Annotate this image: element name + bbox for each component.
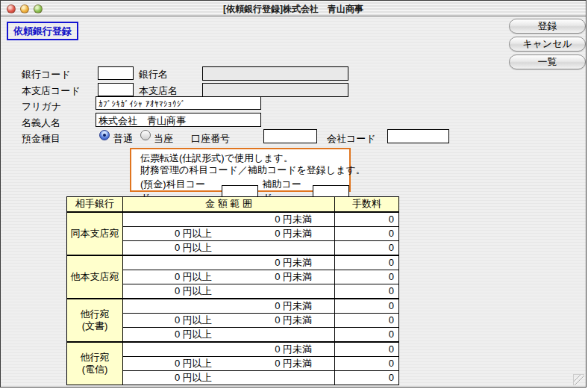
fee-cell[interactable]: 0	[335, 370, 399, 385]
bank-name-field	[202, 66, 348, 81]
amount-range-cell[interactable]: 0 円以上	[123, 327, 335, 342]
aux-code-input[interactable]	[313, 185, 349, 198]
amount-upper: 0 円未満	[212, 213, 334, 226]
amount-upper: 0 円未満	[212, 357, 334, 370]
account-number-input[interactable]	[263, 129, 317, 143]
transfer-notice-box: 伝票転送(仕訳形式)で使用します。 財務管理の科目コード／補助コードを登録します…	[130, 148, 351, 192]
fee-cell[interactable]: 0	[335, 240, 399, 255]
amount-range-cell[interactable]: 0 円以上	[123, 240, 335, 255]
company-code-label: 会社コード	[327, 132, 376, 146]
amount-range-cell[interactable]: 0 円以上0 円未満	[123, 270, 335, 284]
fee-table: 相手銀行 金 額 範 囲 手数料 同本支店宛 0 円未満 0 0 円以上0 円未…	[66, 196, 399, 385]
amount-range-cell[interactable]: 0 円未満	[123, 212, 335, 227]
company-code-input[interactable]	[387, 129, 449, 143]
amount-upper: 0 円未満	[212, 343, 334, 356]
holder-name-label: 名義人名	[22, 116, 60, 130]
amount-lower: 0 円以上	[123, 227, 212, 240]
branch-name-field	[202, 83, 348, 97]
deposit-type-radio-futsu[interactable]	[99, 130, 110, 140]
resize-grip[interactable]	[573, 374, 584, 385]
group-name-same-branch: 同本支店宛	[67, 212, 123, 255]
fee-table-header-fee: 手数料	[335, 197, 399, 212]
fee-cell[interactable]: 0	[335, 342, 399, 357]
fee-table-header-bank: 相手銀行	[67, 197, 123, 212]
amount-upper: 0 円未満	[212, 256, 334, 270]
amount-range-cell[interactable]: 0 円以上0 円未満	[123, 226, 335, 240]
amount-upper: 0 円未満	[212, 227, 334, 240]
amount-lower: 0 円以上	[123, 328, 212, 341]
amount-range-cell[interactable]: 0 円未満	[123, 255, 335, 270]
amount-range-cell[interactable]: 0 円以上0 円未満	[123, 313, 335, 327]
amount-upper: 0 円未満	[212, 299, 334, 313]
branch-code-input[interactable]	[98, 83, 134, 96]
group-name-other-branch: 他本支店宛	[67, 255, 123, 299]
amount-upper	[212, 328, 334, 341]
deposit-type-option-futsu-label: 普通	[113, 132, 133, 146]
group-name-other-bank-wire: 他行宛 (電信)	[67, 342, 123, 385]
subject-code-input[interactable]	[222, 185, 258, 198]
holder-name-input[interactable]: 株式会社 青山商事	[96, 113, 261, 127]
branch-code-label: 本支店コード	[22, 84, 81, 98]
fee-cell[interactable]: 0	[335, 226, 399, 240]
notice-line-2: 財務管理の科目コード／補助コードを登録します。	[140, 164, 349, 176]
amount-range-cell[interactable]: 0 円未満	[123, 299, 335, 314]
deposit-type-option-toza-label: 当座	[154, 132, 173, 146]
table-row: 同本支店宛 0 円未満 0	[67, 212, 399, 227]
notice-line-1: 伝票転送(仕訳形式)で使用します。	[140, 152, 349, 164]
fee-cell[interactable]: 0	[335, 255, 399, 270]
bank-code-label: 銀行コード	[22, 68, 71, 81]
fee-cell[interactable]: 0	[335, 327, 399, 342]
amount-range-cell[interactable]: 0 円以上	[123, 370, 335, 385]
fee-cell[interactable]: 0	[335, 356, 399, 370]
amount-lower: 0 円以上	[123, 371, 212, 385]
amount-range-cell[interactable]: 0 円以上	[123, 284, 335, 299]
page-title: 依頼銀行登録	[7, 22, 78, 40]
amount-lower: 0 円以上	[123, 357, 212, 370]
amount-lower	[123, 213, 212, 226]
fee-cell[interactable]: 0	[335, 270, 399, 284]
amount-upper	[212, 284, 334, 298]
amount-lower	[123, 256, 212, 270]
furigana-input[interactable]: ｶﾌﾞｼｷｶﾞｲｼｬ ｱｵﾔﾏｼｮｳｼﾞ	[96, 96, 261, 110]
list-button[interactable]: 一覧	[509, 55, 586, 69]
amount-upper: 0 円未満	[212, 270, 334, 284]
fee-cell[interactable]: 0	[335, 284, 399, 299]
amount-lower: 0 円以上	[123, 270, 212, 284]
amount-range-cell[interactable]: 0 円以上0 円未満	[123, 356, 335, 370]
amount-lower: 0 円以上	[123, 241, 212, 255]
fee-cell[interactable]: 0	[335, 313, 399, 327]
fee-table-header-range: 金 額 範 囲	[123, 197, 335, 212]
amount-lower: 0 円以上	[123, 314, 212, 327]
bank-name-label: 銀行名	[139, 68, 168, 81]
table-row: 他行宛 (電信) 0 円未満 0	[67, 342, 399, 357]
group-name-other-bank-document: 他行宛 (文書)	[67, 299, 123, 342]
window-title: [依頼銀行登録]株式会社 青山商事	[1, 3, 586, 16]
amount-upper: 0 円未満	[212, 314, 334, 327]
amount-range-cell[interactable]: 0 円未満	[123, 342, 335, 357]
bank-code-input[interactable]	[98, 66, 134, 80]
register-button[interactable]: 登録	[509, 19, 586, 34]
table-row: 他行宛 (文書) 0 円未満 0	[67, 299, 399, 314]
amount-lower	[123, 343, 212, 356]
amount-lower: 0 円以上	[123, 284, 212, 298]
fee-cell[interactable]: 0	[335, 299, 399, 314]
amount-lower	[123, 299, 212, 313]
amount-upper	[212, 241, 334, 255]
deposit-type-radio-toza[interactable]	[140, 130, 151, 140]
title-bar: [依頼銀行登録]株式会社 青山商事	[1, 1, 586, 16]
furigana-label: フリガナ	[22, 100, 61, 113]
deposit-type-label: 預金種目	[22, 132, 60, 146]
app-window: [依頼銀行登録]株式会社 青山商事 依頼銀行登録 登録 キャンセル 一覧 銀行コ…	[0, 0, 587, 388]
amount-upper	[212, 371, 334, 385]
table-row: 他本支店宛 0 円未満 0	[67, 255, 399, 270]
fee-cell[interactable]: 0	[335, 212, 399, 227]
cancel-button[interactable]: キャンセル	[509, 37, 586, 52]
window-body: 依頼銀行登録 登録 キャンセル 一覧 銀行コード 銀行名 本支店コード 本支店名…	[1, 17, 586, 387]
account-number-label: 口座番号	[191, 132, 230, 146]
